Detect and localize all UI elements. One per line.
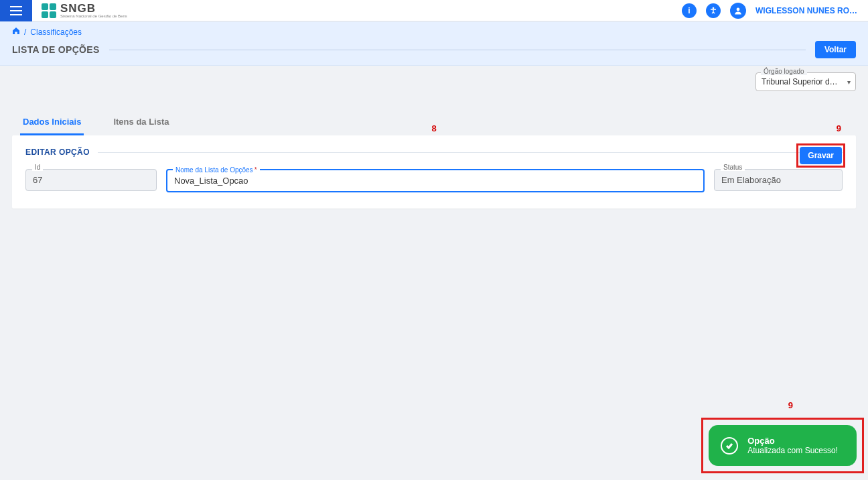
status-label: Status: [721, 164, 745, 171]
edit-card: 8 9 EDITAR OPÇÃO Gravar Id Nome da Lista…: [12, 135, 856, 208]
app-logo: SNGB Sistema Nacional de Gestão de Bens: [42, 3, 127, 18]
check-icon: [721, 437, 738, 455]
sub-header: / Classificações LISTA DE OPÇÕES Voltar: [0, 21, 868, 66]
tab-dados-iniciais[interactable]: Dados Iniciais: [20, 111, 84, 135]
menu-button[interactable]: [0, 0, 32, 21]
nome-field-wrap: Nome da Lista de Opções*: [166, 169, 705, 192]
menu-icon: [10, 6, 22, 15]
annotation-9a: 9: [837, 123, 841, 133]
top-bar: SNGB Sistema Nacional de Gestão de Bens …: [0, 0, 868, 21]
accessibility-icon[interactable]: [706, 3, 721, 18]
orgao-select[interactable]: Órgão logado Tribunal Superior do Tra… ▾: [755, 72, 856, 91]
breadcrumb-sep: /: [24, 27, 26, 37]
app-tagline: Sistema Nacional de Gestão de Bens: [60, 14, 127, 18]
success-toast: Opção Atualizada com Sucesso!: [709, 425, 857, 466]
svg-rect-0: [10, 6, 22, 7]
id-field: Id: [25, 169, 157, 191]
status-input: [714, 169, 843, 191]
orgao-value: Tribunal Superior do Tra…: [755, 72, 856, 91]
section-title: EDITAR OPÇÃO: [25, 147, 90, 157]
info-icon[interactable]: i: [682, 3, 697, 18]
tab-itens-da-lista[interactable]: Itens da Lista: [111, 111, 171, 135]
user-name[interactable]: WIGLESSON NUNES RO…: [755, 6, 857, 15]
id-input: [25, 169, 157, 191]
breadcrumb: / Classificações: [12, 27, 856, 37]
id-label: Id: [32, 164, 43, 171]
toast-message: Atualizada com Sucesso!: [747, 446, 838, 455]
toast-highlight: Opção Atualizada com Sucesso!: [701, 418, 864, 473]
breadcrumb-current[interactable]: Classificações: [30, 27, 82, 37]
gravar-button[interactable]: Gravar: [800, 147, 842, 164]
title-divider: [109, 50, 806, 50]
breadcrumb-home[interactable]: [12, 27, 20, 37]
back-button[interactable]: Voltar: [815, 41, 856, 58]
svg-point-3: [713, 7, 715, 9]
toast-title: Opção: [747, 436, 838, 446]
section-divider: [98, 152, 843, 153]
status-field: Status: [714, 169, 843, 191]
nome-highlight: Nome da Lista de Opções*: [166, 169, 705, 192]
app-name: SNGB: [60, 3, 127, 14]
page-title: LISTA DE OPÇÕES: [12, 44, 100, 55]
gravar-highlight: Gravar: [796, 143, 845, 168]
annotation-8: 8: [431, 123, 436, 133]
home-icon: [12, 27, 20, 35]
logo-mark-icon: [42, 3, 56, 18]
svg-point-4: [737, 7, 740, 11]
user-avatar-icon[interactable]: [730, 3, 746, 19]
svg-rect-1: [10, 10, 22, 11]
chevron-down-icon: ▾: [847, 78, 851, 86]
svg-rect-2: [10, 14, 22, 15]
nome-label: Nome da Lista de Opções*: [173, 166, 260, 174]
annotation-9b: 9: [788, 400, 793, 410]
orgao-label: Órgão logado: [761, 68, 807, 75]
